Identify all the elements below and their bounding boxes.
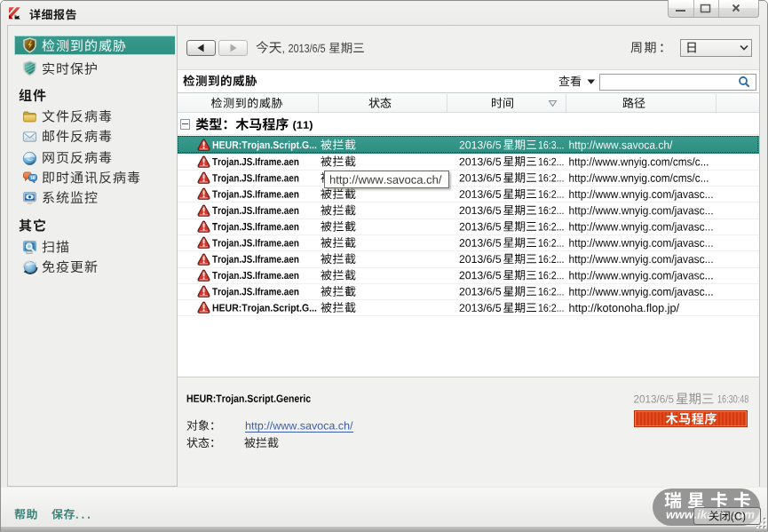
svg-text:HI: HI (31, 176, 36, 180)
